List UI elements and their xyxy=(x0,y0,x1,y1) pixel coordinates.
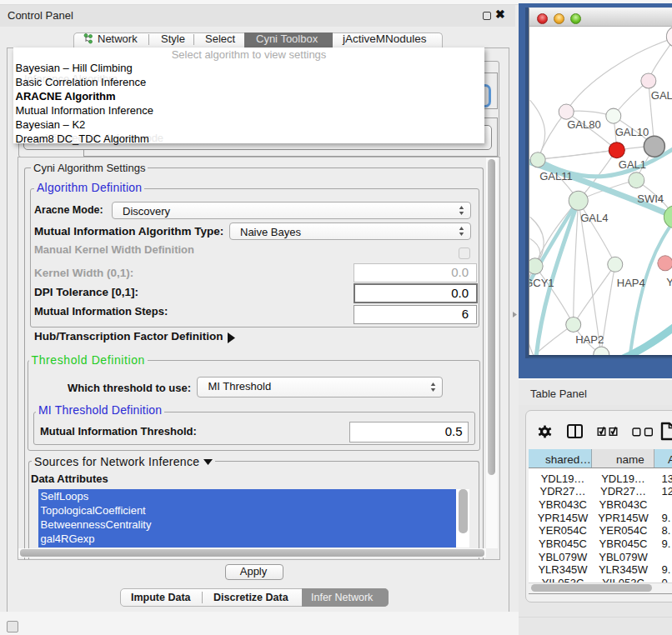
svg-text:GAL10: GAL10 xyxy=(614,126,648,138)
svg-text:GAL7: GAL7 xyxy=(650,89,672,102)
svg-text:HAP2: HAP2 xyxy=(575,333,604,346)
svg-text:GAL80: GAL80 xyxy=(567,118,600,131)
svg-text:GAL4: GAL4 xyxy=(580,212,608,224)
svg-text:HAP4: HAP4 xyxy=(616,277,644,289)
svg-text:SWI4: SWI4 xyxy=(637,192,664,205)
svg-text:YER: YER xyxy=(666,276,672,288)
svg-text:GCY1: GCY1 xyxy=(529,277,554,289)
svg-text:GAL1: GAL1 xyxy=(618,158,645,171)
svg-text:GAL11: GAL11 xyxy=(539,170,573,182)
